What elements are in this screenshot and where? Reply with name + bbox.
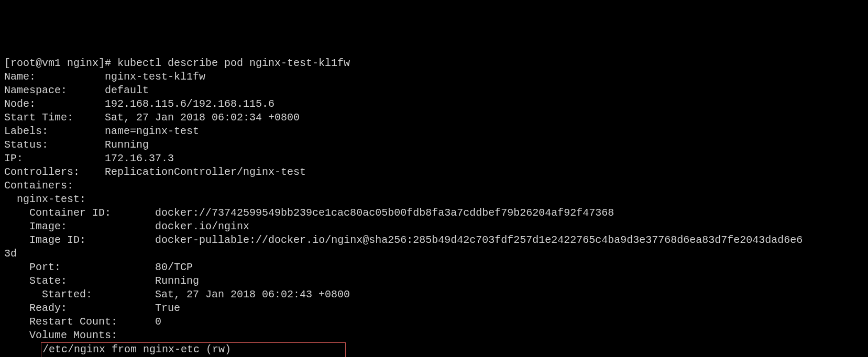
field-value-port: 80/TCP — [155, 261, 193, 273]
field-label-started: Started: — [42, 288, 92, 300]
field-label-image-id: Image ID: — [29, 234, 86, 246]
field-label-image: Image: — [29, 220, 67, 232]
field-label-state: State: — [29, 275, 67, 287]
field-label-namespace: Namespace: — [4, 84, 67, 96]
volume-mounts-highlight: /etc/nginx from nginx-etc (rw) /usr/shar… — [41, 342, 346, 357]
field-label-start-time: Start Time: — [4, 111, 73, 124]
field-value-state: Running — [155, 275, 199, 287]
field-label-port: Port: — [29, 261, 61, 273]
terminal-output[interactable]: [root@vm1 nginx]# kubectl describe pod n… — [4, 57, 864, 357]
field-value-restart-count: 0 — [155, 316, 161, 328]
shell-prompt: [root@vm1 nginx]# — [4, 57, 117, 69]
field-label-node: Node: — [4, 98, 36, 110]
command-text: kubectl describe pod nginx-test-kl1fw — [117, 57, 350, 69]
field-value-controllers: ReplicationController/nginx-test — [105, 166, 306, 178]
field-value-status: Running — [105, 139, 149, 151]
field-value-start-time: Sat, 27 Jan 2018 06:02:34 +0800 — [105, 111, 300, 124]
field-value-namespace: default — [105, 84, 149, 96]
field-label-name: Name: — [4, 71, 36, 83]
field-label-volume-mounts: Volume Mounts: — [29, 329, 117, 341]
field-value-node: 192.168.115.6/192.168.115.6 — [105, 98, 274, 110]
field-label-labels: Labels: — [4, 125, 48, 137]
field-value-image: docker.io/nginx — [155, 220, 249, 232]
field-value-ip: 172.16.37.3 — [105, 152, 174, 164]
field-label-controllers: Controllers: — [4, 166, 80, 178]
field-value-name: nginx-test-kl1fw — [105, 71, 205, 83]
field-label-restart-count: Restart Count: — [29, 316, 117, 328]
field-label-ip: IP: — [4, 152, 23, 164]
field-label-container-id: Container ID: — [29, 207, 111, 219]
field-value-container-id: docker://73742599549bb239ce1cac80ac05b00… — [155, 207, 614, 219]
field-value-labels: name=nginx-test — [105, 125, 199, 137]
volume-mount-1: /etc/nginx from nginx-etc (rw) — [42, 343, 231, 355]
field-label-status: Status: — [4, 139, 48, 151]
field-value-image-id-wrap: 3d — [4, 248, 17, 260]
field-value-image-id: docker-pullable://docker.io/nginx@sha256… — [155, 234, 803, 246]
field-label-ready: Ready: — [29, 302, 67, 314]
container-name: nginx-test: — [17, 193, 86, 205]
field-value-ready: True — [155, 302, 180, 314]
field-value-started: Sat, 27 Jan 2018 06:02:43 +0800 — [155, 288, 350, 300]
containers-label: Containers: — [4, 180, 73, 192]
